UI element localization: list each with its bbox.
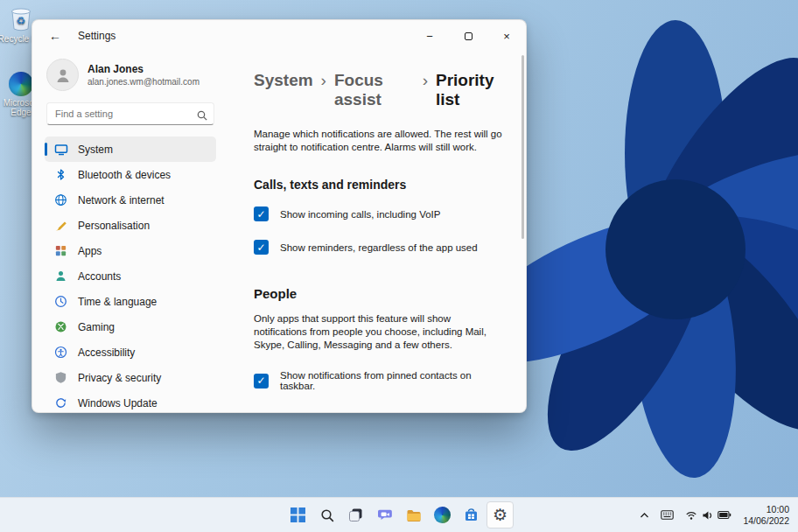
sidebar-item-label: Time & language <box>78 296 157 308</box>
taskbar-task-view-button[interactable] <box>342 501 369 528</box>
checkbox-row-reminders: ✓ Show reminders, regardless of the app … <box>254 240 505 255</box>
sidebar-item-label: Gaming <box>78 321 115 333</box>
intro-text: Manage which notifications are allowed. … <box>254 128 505 154</box>
taskbar-search-button[interactable] <box>313 501 340 528</box>
accessibility-icon <box>53 346 68 359</box>
taskbar: ⚙ 10:00 14/06 <box>0 497 798 532</box>
sidebar-item-label: Apps <box>78 245 102 257</box>
sidebar-item-network[interactable]: Network & internet <box>45 187 216 213</box>
taskbar-settings-button[interactable]: ⚙ <box>486 501 514 528</box>
edge-icon <box>9 72 33 96</box>
sidebar-item-gaming[interactable]: Gaming <box>45 314 216 340</box>
sidebar-item-label: Personalisation <box>78 220 150 232</box>
sidebar: Alan Jones alan.jones.wm@hotmail.com Sys… <box>32 52 228 412</box>
task-view-icon <box>348 508 363 522</box>
settings-window: ← Settings − × <box>32 19 527 413</box>
tray-touch-keyboard-icon[interactable] <box>659 508 676 522</box>
time-language-icon <box>53 295 68 308</box>
minimize-icon: − <box>426 30 433 43</box>
sidebar-item-label: System <box>78 144 113 156</box>
sidebar-item-label: Accessibility <box>78 346 135 359</box>
settings-gear-icon: ⚙ <box>493 507 508 523</box>
scrollbar[interactable] <box>522 55 524 239</box>
breadcrumb-system[interactable]: System <box>254 71 313 90</box>
taskbar-center: ⚙ <box>284 501 514 528</box>
clock-date: 14/06/2022 <box>743 515 789 527</box>
edge-icon <box>434 507 451 523</box>
clock-time: 10:00 <box>743 504 789 515</box>
sidebar-item-label: Windows Update <box>78 397 158 410</box>
search-icon <box>320 508 334 522</box>
maximize-button[interactable] <box>449 20 487 52</box>
sidebar-nav: System Bluetooth & devices Network & int… <box>45 136 216 413</box>
battery-icon <box>718 510 732 520</box>
checkbox-row-pinned-contacts: ✓ Show notifications from pinned contact… <box>254 370 505 391</box>
profile[interactable]: Alan Jones alan.jones.wm@hotmail.com <box>45 53 216 102</box>
sidebar-item-privacy[interactable]: Privacy & security <box>45 365 216 390</box>
back-button[interactable]: ← <box>41 24 69 48</box>
minimize-button[interactable]: − <box>410 20 449 52</box>
checkbox-label: Show incoming calls, including VoIP <box>280 209 440 220</box>
profile-name: Alan Jones <box>88 63 200 75</box>
check-icon: ✓ <box>256 242 265 254</box>
checkbox-label: Show notifications from pinned contacts … <box>280 370 505 391</box>
sidebar-item-label: Privacy & security <box>78 372 161 384</box>
sidebar-item-system[interactable]: System <box>45 136 216 162</box>
system-tray: 10:00 14/06/2022 <box>638 498 791 532</box>
taskbar-clock[interactable]: 10:00 14/06/2022 <box>741 504 791 527</box>
gaming-icon <box>53 320 68 333</box>
accounts-icon <box>53 270 68 283</box>
close-button[interactable]: × <box>487 20 526 52</box>
section-heading-people: People <box>254 286 505 301</box>
checkbox-pinned-contacts[interactable]: ✓ <box>254 374 269 388</box>
people-description: Only apps that support this feature will… <box>254 312 505 352</box>
network-icon <box>53 193 68 206</box>
system-icon <box>53 143 68 157</box>
checkbox-incoming-calls[interactable]: ✓ <box>254 206 269 221</box>
profile-email: alan.jones.wm@hotmail.com <box>88 77 200 87</box>
settings-content: System › Focus assist › Priority list Ma… <box>228 52 526 412</box>
chevron-right-icon: › <box>321 71 326 90</box>
taskbar-start-button[interactable] <box>284 501 312 528</box>
tray-network-volume-battery[interactable] <box>683 508 733 522</box>
sidebar-item-bluetooth[interactable]: Bluetooth & devices <box>45 162 216 187</box>
personalisation-icon <box>53 219 68 232</box>
taskbar-chat-button[interactable] <box>371 501 398 528</box>
sidebar-item-accounts[interactable]: Accounts <box>45 263 216 289</box>
check-icon: ✓ <box>256 374 265 387</box>
titlebar: ← Settings − × <box>32 20 526 52</box>
breadcrumb-current: Priority list <box>436 71 505 109</box>
breadcrumb-focus-assist[interactable]: Focus assist <box>334 71 415 109</box>
close-icon: × <box>503 30 510 43</box>
sidebar-item-label: Accounts <box>78 270 121 283</box>
sidebar-item-label: Network & internet <box>78 194 164 206</box>
sidebar-item-time-language[interactable]: Time & language <box>45 289 216 314</box>
search-input[interactable] <box>46 102 214 125</box>
chat-icon <box>377 508 393 522</box>
apps-icon <box>53 244 68 257</box>
volume-icon <box>702 510 713 521</box>
window-title: Settings <box>78 30 116 42</box>
svg-text:♻: ♻ <box>17 15 26 27</box>
store-icon <box>464 508 479 522</box>
sidebar-item-windows-update[interactable]: Windows Update <box>45 390 216 413</box>
search-icon <box>197 108 207 124</box>
check-icon: ✓ <box>256 208 265 220</box>
windows-update-icon <box>53 396 68 410</box>
taskbar-store-button[interactable] <box>458 501 485 528</box>
sidebar-item-apps[interactable]: Apps <box>45 238 216 263</box>
search-box <box>46 102 214 125</box>
checkbox-reminders[interactable]: ✓ <box>254 240 269 255</box>
sidebar-item-accessibility[interactable]: Accessibility <box>45 340 216 365</box>
sidebar-item-label: Bluetooth & devices <box>78 169 171 181</box>
window-controls: − × <box>410 20 526 52</box>
bluetooth-icon <box>53 168 68 181</box>
breadcrumb: System › Focus assist › Priority list <box>254 71 505 109</box>
taskbar-edge-button[interactable] <box>429 501 456 528</box>
sidebar-item-personalisation[interactable]: Personalisation <box>45 213 216 238</box>
taskbar-file-explorer-button[interactable] <box>400 501 427 528</box>
person-icon <box>54 66 72 84</box>
wifi-icon <box>685 510 697 521</box>
checkbox-label: Show reminders, regardless of the app us… <box>280 242 478 253</box>
tray-chevron-up-icon[interactable] <box>638 510 651 521</box>
